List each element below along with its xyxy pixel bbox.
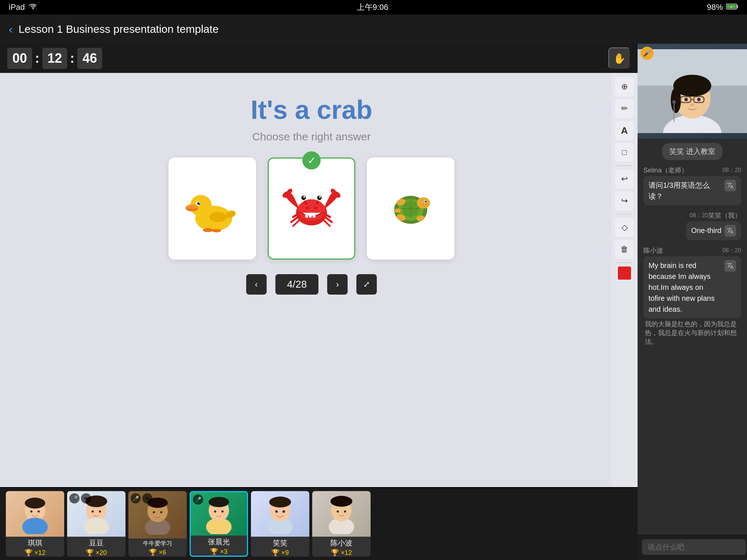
toolbar-divider-3 [617, 262, 632, 263]
crab-image [280, 179, 342, 238]
slide-nav: ‹ 4/28 › ⤢ [246, 274, 377, 295]
chat-sender-3: 陈小波 [643, 246, 663, 255]
svg-point-26 [317, 195, 321, 200]
svg-rect-17 [305, 214, 308, 218]
input-bar: 发送 [638, 534, 747, 560]
prev-icon: ‹ [255, 279, 258, 289]
student-icons-zhang: 🎤 [193, 494, 203, 505]
undo-button[interactable]: ↩ [615, 170, 634, 188]
back-button[interactable]: ‹ [9, 23, 13, 36]
text-icon: A [621, 125, 628, 136]
timer-hours: 00 [7, 48, 32, 69]
turtle-image [382, 183, 440, 234]
svg-point-68 [160, 511, 162, 513]
slide-title: It's a crab [251, 95, 372, 125]
svg-point-55 [22, 518, 48, 534]
chat-area[interactable]: 笑笑 进入教室 Selina（老师） 08：20 请问1/3用英语怎么读？ [638, 139, 747, 534]
chat-header-1: Selina（老师） 08：20 [643, 166, 741, 175]
hand-raise-button[interactable]: ✋ [608, 47, 630, 69]
main-layout: 00 : 12 : 46 ✋ ⊕ ✏ A [0, 44, 747, 560]
timer-bar: 00 : 12 : 46 ✋ [0, 44, 638, 73]
toolbar-divider-2 [617, 214, 632, 214]
toolbar-divider-1 [617, 166, 632, 166]
student-card-chen[interactable]: 陈小波 🏆 ×12 [312, 491, 371, 557]
slide-subtitle: Choose the right answer [252, 131, 371, 143]
svg-point-72 [214, 510, 216, 513]
svg-point-22 [301, 195, 306, 200]
shape-icon: □ [622, 148, 627, 157]
duck-image [183, 183, 241, 234]
student-name-doudou: 豆豆 [89, 537, 104, 549]
chat-sender-2: 笑笑（我） [708, 211, 741, 220]
color-red-button[interactable] [618, 267, 631, 280]
answer-card-turtle[interactable] [367, 158, 454, 260]
page-title: Lesson 1 Business presentation template [19, 23, 219, 35]
answer-card-crab[interactable]: ✓ [268, 158, 355, 260]
expand-button[interactable]: ⤢ [356, 274, 377, 295]
student-card-xiaoxiao[interactable]: 笑笑 🏆 ×9 [251, 491, 309, 557]
svg-point-60 [84, 518, 109, 534]
student-score-chen: 🏆 ×12 [331, 549, 352, 557]
svg-point-13 [203, 228, 213, 232]
hand-icon: ✋ [613, 52, 626, 65]
answer-cards: ✓ [15, 158, 608, 260]
translate-button-1[interactable] [724, 180, 736, 191]
timer-seconds: 46 [77, 48, 102, 69]
student-score-doudou: 🏆 ×20 [86, 549, 107, 557]
left-panel: 00 : 12 : 46 ✋ ⊕ ✏ A [0, 44, 638, 560]
translate-button-2[interactable] [724, 225, 736, 237]
student-card-doudou[interactable]: 🎤 ✏ 豆豆 🏆 ×20 [67, 491, 125, 557]
svg-point-10 [199, 202, 200, 203]
svg-point-90 [671, 88, 681, 113]
title-bar: ‹ Lesson 1 Business presentation templat… [0, 15, 747, 44]
svg-point-67 [153, 511, 155, 513]
chat-message-2: 08：20 笑笑（我） One-third [643, 211, 741, 240]
prev-slide-button[interactable]: ‹ [246, 274, 267, 295]
answer-card-duck[interactable] [169, 158, 256, 260]
svg-rect-1 [737, 5, 738, 8]
svg-point-98 [690, 103, 694, 106]
student-card-qiqi[interactable]: 琪琪 🏆 ×12 [6, 491, 64, 557]
svg-point-27 [319, 196, 321, 198]
status-left: iPad [9, 3, 38, 12]
svg-point-9 [197, 202, 200, 205]
svg-point-62 [92, 510, 94, 513]
chat-input[interactable] [642, 539, 746, 555]
translate-button-3[interactable] [724, 260, 736, 272]
svg-point-97 [697, 98, 701, 101]
student-photo-chen [312, 491, 371, 537]
eraser-button[interactable]: ◇ [615, 218, 634, 237]
student-card-zhang[interactable]: 🎤 张晨光 🏆 ×3 [190, 491, 248, 557]
svg-point-71 [209, 497, 229, 507]
svg-point-57 [30, 510, 32, 513]
shape-tool-button[interactable]: □ [615, 143, 634, 162]
student-score-xiaoxiao: 🏆 ×9 [271, 549, 289, 557]
student-name-xiaoxiao: 笑笑 [273, 537, 287, 549]
trash-icon: 🗑 [620, 245, 628, 254]
text-tool-button[interactable]: A [615, 121, 634, 140]
chat-bubble-3: My brain is red because Im always hot.Im… [643, 256, 741, 318]
chat-message-3: 陈小波 08：20 My brain is red because Im alw… [643, 246, 741, 346]
student-bar: 琪琪 🏆 ×12 🎤 ✏ [0, 487, 638, 560]
enter-message: 笑笑 进入教室 [662, 143, 723, 160]
chat-translation-3: 我的大脑是红色的，因为我总是热，我总是在火与新的计划和想法。 [643, 320, 741, 346]
svg-point-78 [283, 510, 285, 513]
chat-time-1: 08：20 [722, 167, 741, 174]
svg-point-76 [269, 497, 291, 508]
undo-icon: ↩ [621, 174, 628, 184]
crosshair-tool-button[interactable]: ⊕ [615, 77, 634, 96]
next-slide-button[interactable]: › [327, 274, 348, 295]
delete-button[interactable]: 🗑 [615, 240, 634, 259]
student-card-niuniu[interactable]: 🎤 ✏ 牛牛爱学习 🏆 ×6 [128, 491, 187, 557]
back-icon: ‹ [9, 23, 13, 36]
chat-text-1: 请问1/3用英语怎么读？ [649, 180, 721, 202]
redo-button[interactable]: ↪ [615, 191, 634, 210]
svg-point-100 [672, 100, 676, 104]
pen-icon: ✏ [621, 104, 628, 113]
pen-tool-button[interactable]: ✏ [615, 99, 634, 118]
svg-text:⚡: ⚡ [729, 5, 733, 9]
chat-time-2: 08：20 [689, 212, 708, 219]
svg-point-82 [337, 510, 339, 513]
student-score-niuniu: 🏆 ×6 [149, 548, 166, 556]
student-name-zhang: 张晨光 [208, 536, 230, 548]
